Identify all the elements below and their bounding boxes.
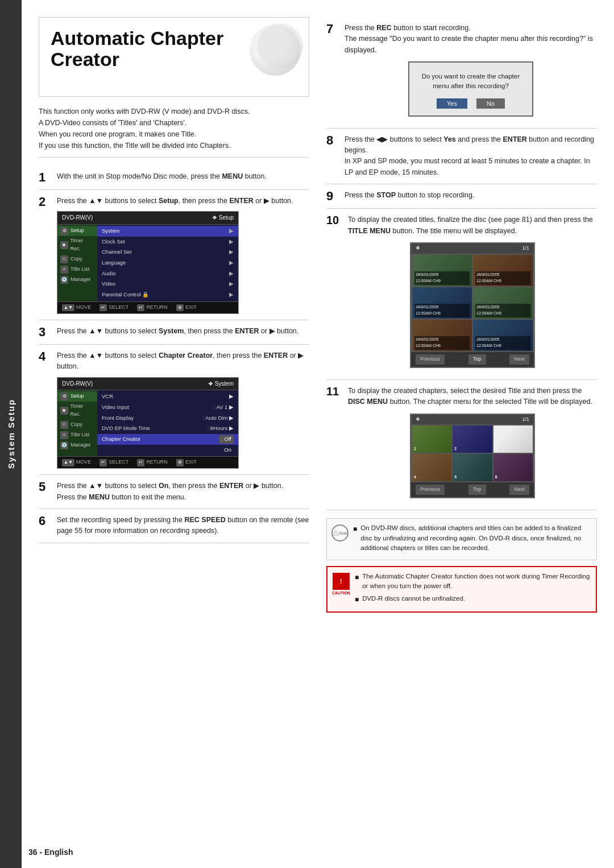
step-2-number: 2 (39, 196, 51, 208)
chapter-cell-4: 4 (412, 454, 451, 481)
menu-right-items: System▶ Clock Set▶ Channel Set▶ Language… (97, 225, 238, 301)
step4-select-key: ↵ (99, 459, 107, 466)
step-4: 4 Press the ▲▼ buttons to select Chapter… (39, 345, 309, 476)
step4-timerrec-icon: ⏺ (60, 407, 68, 415)
step-1-number: 1 (39, 171, 51, 184)
step11-grid-header: ❖ 1/1 (411, 415, 534, 425)
copy-icon: © (60, 255, 68, 263)
page-footer: 36 - English (28, 848, 73, 857)
caution-label: CAUTION (332, 591, 350, 595)
menu-item-audio: Audio▶ (97, 268, 238, 279)
timerrec-icon: ⏺ (60, 241, 68, 249)
step11-top-btn[interactable]: Top (468, 485, 486, 495)
step4-icon-timerrec: ⏺Timer Rec. (57, 402, 97, 420)
step4-menu-right: VCR▶ Video Input: AV 1 ▶ Front Display: … (97, 390, 238, 456)
menu-item-video: Video▶ (97, 279, 238, 290)
menu-item-language: Language▶ (97, 258, 238, 268)
title-cell-4: JAN/01/200512:00AM CH9 (473, 287, 533, 319)
sidebar-label: System Setup (6, 399, 16, 469)
step10-top-btn[interactable]: Top (468, 354, 486, 365)
menu-item-parental: Parental Control 🔒▶ (97, 290, 238, 300)
caution-bullet-sym-2: ■ (355, 594, 359, 605)
menu-left-icons: ⚙Setup ⏺Timer Rec. ©Copy ≡Title List 💿Ma… (57, 225, 97, 301)
step4-item-frontdisplay: Front Display: Auto Dim ▶ (97, 413, 238, 424)
dialog-no-button[interactable]: No (476, 98, 505, 109)
chapter-num-2: 2 (454, 446, 490, 452)
step4-item-vcr: VCR▶ (97, 391, 238, 402)
note-bullet-1: ■ On DVD-RW discs, additional chapters a… (353, 523, 592, 553)
note-text: ■ On DVD-RW discs, additional chapters a… (353, 523, 592, 555)
step11-prev-btn[interactable]: Previous (416, 485, 445, 495)
step-5: 5 Press the ▲▼ buttons to select On, the… (39, 475, 309, 509)
step4-item-on: On (97, 445, 238, 456)
move-key: ▲▼ (62, 304, 74, 311)
step4-menu-header: DVD-RW(V) ❖ System (57, 378, 238, 391)
chapter-cell-2: 2 (453, 425, 492, 453)
chapter-num-5: 5 (454, 474, 490, 481)
note-bullet-sym: ■ (353, 524, 357, 553)
chapter-cell-1: 1 (412, 425, 451, 453)
step11-chapter-grid: ❖ 1/1 1 2 3 4 5 6 Previous (410, 414, 535, 499)
page-container: System Setup Automatic ChapterCreator Th… (0, 0, 614, 868)
dialog-buttons: Yes No (416, 98, 525, 109)
svg-text:!: ! (335, 533, 336, 535)
note-icon: !Note (331, 524, 349, 542)
step-10-number: 10 (326, 214, 342, 226)
caution-icon-wrapper: ! CAUTION (332, 572, 350, 607)
title-cell-label-4: JAN/01/200512:00AM CH9 (475, 304, 530, 317)
step4-menu-screenshot: DVD-RW(V) ❖ System ⚙Setup ⏺Timer Rec. ©C… (57, 377, 239, 469)
dialog-yes-button[interactable]: Yes (437, 98, 467, 109)
step-2-content: Press the ▲▼ buttons to select Setup, th… (57, 196, 309, 314)
chapter-cell-3: 3 (493, 425, 533, 453)
step-9-content: Press the STOP button to stop recording. (345, 190, 597, 201)
title-section: Automatic ChapterCreator (39, 17, 309, 97)
title-cell-1: JAN/01/200512:00AM CH9 (412, 255, 472, 286)
step-8: 8 Press the ◀▶ buttons to select Yes and… (326, 129, 597, 185)
menu-item-channelset: Channel Set▶ (97, 247, 238, 258)
step11-grid-cells: 1 2 3 4 5 6 (411, 424, 534, 482)
chapter-cell-6: 6 (493, 454, 533, 481)
decorative-circle (250, 24, 301, 76)
menu-footer: ▲▼MOVE ↵SELECT ↩RETURN ⊗EXIT (57, 301, 238, 313)
step7-dialog: Do you want to create the chapter menu a… (408, 61, 533, 117)
menu-icon-manager: 💿Manager (57, 275, 97, 285)
step4-copy-icon: © (60, 421, 68, 429)
step4-icon-titlelist: ≡Title List (57, 430, 97, 440)
step-4-number: 4 (39, 350, 51, 363)
menu-body: ⚙Setup ⏺Timer Rec. ©Copy ≡Title List 💿Ma… (57, 225, 238, 301)
caution-icon: ! (333, 573, 350, 590)
title-cell-label-2: JAN/01/200512:00AM CH9 (475, 271, 530, 285)
title-cell-2: JAN/01/200512:00AM CH9 (473, 255, 533, 286)
step-7-content: Press the REC button to start recording.… (345, 23, 597, 122)
titlelist-icon: ≡ (60, 266, 68, 274)
title-cell-label-5: JAN/01/200512:00AM CH9 (414, 336, 470, 350)
step-3: 3 Press the ▲▼ buttons to select System,… (39, 320, 309, 345)
main-content: Automatic ChapterCreator This function o… (22, 0, 614, 868)
title-cell-6: JAN/01/200512:00AM CH9 (473, 320, 533, 351)
manager-icon: 💿 (60, 276, 68, 284)
step-9: 9 Press the STOP button to stop recordin… (326, 184, 597, 209)
title-cell-label-6: JAN/01/200512:00AM CH9 (475, 336, 530, 350)
step4-titlelist-icon: ≡ (60, 431, 68, 439)
step4-item-chaptercreator: Chapter Creator: Off (97, 434, 238, 445)
step2-menu-screenshot: DVD-RW(V) ❖ Setup ⚙Setup ⏺Timer Rec. ©Co… (57, 211, 239, 313)
title-cell-3: JAN/01/200512:00AM CH9 (412, 287, 472, 319)
title-cell-label-1: JAN/01/200512:00AM CH9 (414, 271, 470, 285)
step-5-content: Press the ▲▼ buttons to select On, then … (57, 481, 309, 503)
step4-icon-copy: ©Copy (57, 420, 97, 430)
step10-title-grid: ❖ 1/1 JAN/01/200512:00AM CH9 JAN/01/2005… (410, 242, 535, 368)
step11-next-btn[interactable]: Next (509, 485, 529, 495)
step-3-number: 3 (39, 326, 51, 338)
menu-icon-setup: ⚙Setup (57, 226, 97, 236)
step4-menu-body: ⚙Setup ⏺Timer Rec. ©Copy ≡Title List 💿Ma… (57, 390, 238, 456)
step-10: 10 To display the created titles, finali… (326, 209, 597, 380)
menu-icon-titlelist: ≡Title List (57, 264, 97, 275)
step4-exit-key: ⊗ (176, 459, 184, 466)
step-11-number: 11 (326, 386, 342, 397)
step-2: 2 Press the ▲▼ buttons to select Setup, … (39, 190, 309, 320)
step-7: 7 Press the REC button to start recordin… (326, 17, 597, 129)
step10-next-btn[interactable]: Next (509, 354, 529, 365)
select-key: ↵ (99, 304, 107, 311)
step10-prev-btn[interactable]: Previous (416, 354, 445, 365)
step4-item-videoinput: Video Input: AV 1 ▶ (97, 402, 238, 413)
